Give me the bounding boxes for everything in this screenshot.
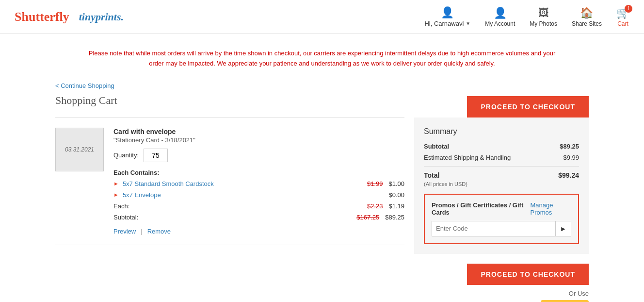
summary-title: Summary — [424, 127, 579, 136]
cart-top-row: Continue Shopping Shopping Cart PROCEED … — [55, 82, 589, 117]
promos-title: Promos / Gift Certificates / Gift Cards — [432, 201, 531, 216]
cart-item-row: 03.31.2021 Card with envelope "Stationer… — [55, 118, 404, 245]
nav-my-photos[interactable]: 🖼 My Photos — [530, 7, 557, 27]
user-icon: 👤 — [441, 6, 454, 19]
promos-header: Promos / Gift Certificates / Gift Cards … — [432, 201, 571, 216]
line-item-cardstock: ► 5x7 Standard Smooth Cardstock $1.99 $1… — [113, 180, 404, 187]
dropdown-arrow-icon: ▼ — [466, 21, 470, 26]
subtotal-original-price: $167.25 — [356, 214, 379, 221]
preview-link[interactable]: Preview — [113, 228, 136, 235]
promos-box: Promos / Gift Certificates / Gift Cards … — [424, 194, 579, 244]
cart-items: 03.31.2021 Card with envelope "Stationer… — [55, 117, 404, 245]
main-content: Please note that while most orders will … — [41, 34, 603, 302]
item-thumbnail: 03.31.2021 — [55, 128, 104, 171]
header-nav: 👤 Hi, Carnawavi ▼ 👤 My Account 🖼 My Phot… — [424, 6, 629, 27]
nav-share-sites[interactable]: 🏠 Share Sites — [572, 7, 602, 27]
item-subtitle: "Stationery Card - 3/18/2021" — [113, 136, 404, 144]
page-title: Shopping Cart — [55, 94, 467, 107]
each-row: Each: $2.23 $1.19 — [113, 202, 404, 210]
manage-promos-link[interactable]: Manage Promos — [531, 201, 572, 216]
user-menu[interactable]: 👤 Hi, Carnawavi ▼ — [424, 6, 470, 27]
user-greeting: Hi, Carnawavi ▼ — [424, 20, 470, 27]
promo-submit-button[interactable]: ► — [556, 221, 571, 236]
promo-code-input[interactable] — [432, 221, 556, 236]
summary-shipping-row: Estimated Shipping & Handling $9.99 — [424, 154, 579, 161]
item-actions: Preview | Remove — [113, 228, 404, 235]
top-checkout-area: PROCEED TO CHECKOUT — [467, 82, 589, 117]
each-original-price: $2.23 — [367, 202, 383, 210]
remove-link[interactable]: Remove — [147, 228, 171, 235]
proceed-to-checkout-bottom[interactable]: PROCEED TO CHECKOUT — [467, 264, 589, 285]
summary-total-row: Total $99.24 — [424, 171, 579, 179]
cart-layout: 03.31.2021 Card with envelope "Stationer… — [55, 117, 589, 302]
each-contains-label: Each Contains: — [113, 169, 404, 176]
promo-input-row: ► — [432, 221, 571, 236]
nav-cart[interactable]: 🛒 1 Cart — [616, 7, 629, 27]
or-use-label: Or Use — [414, 290, 589, 297]
item-details: Card with envelope "Stationery Card - 3/… — [113, 128, 404, 235]
notice-banner: Please note that while most orders will … — [55, 44, 589, 74]
arrow-icon-1: ► — [113, 181, 119, 186]
header: Shutterfly tinyprints. 👤 Hi, Carnawavi ▼… — [0, 0, 644, 34]
cart-badge: 1 — [625, 5, 632, 13]
action-divider: | — [141, 228, 142, 235]
summary-subtotal-row: Subtotal $89.25 — [424, 143, 579, 150]
proceed-to-checkout-top[interactable]: PROCEED TO CHECKOUT — [467, 96, 589, 117]
continue-shopping-link[interactable]: Continue Shopping — [55, 82, 114, 89]
subtotal-row: Subtotal: $167.25 $89.25 — [113, 214, 404, 221]
paypal-button[interactable]: PayPal — [541, 300, 589, 302]
line-item-envelope: ► 5x7 Envelope $0.00 — [113, 191, 404, 199]
quantity-row: Quantity: — [113, 149, 404, 162]
each-label: Each: — [113, 202, 363, 210]
each-current-price: $1.19 — [388, 202, 404, 210]
subtotal-label: Subtotal: — [113, 214, 353, 221]
quantity-label: Quantity: — [113, 151, 139, 159]
photos-icon: 🖼 — [538, 7, 549, 19]
all-prices-usd: (All prices in USD) — [424, 181, 579, 187]
summary-box: Summary Subtotal $89.25 Estimated Shippi… — [414, 117, 589, 254]
line-item-current-price-2: $0.00 — [388, 191, 404, 199]
checkout-bottom: PROCEED TO CHECKOUT Or Use PayPal — [414, 264, 589, 302]
share-sites-icon: 🏠 — [580, 7, 593, 19]
logo-area: Shutterfly tinyprints. — [15, 10, 124, 24]
cart-title-area: Continue Shopping Shopping Cart — [55, 82, 467, 117]
line-item-name-1[interactable]: 5x7 Standard Smooth Cardstock — [123, 180, 363, 187]
cart-icon: 🛒 1 — [616, 7, 629, 19]
summary-divider — [424, 166, 579, 167]
quantity-input[interactable] — [144, 149, 168, 162]
item-title: Card with envelope — [113, 128, 404, 135]
account-icon: 👤 — [494, 7, 507, 19]
shutterfly-logo[interactable]: Shutterfly — [15, 10, 69, 24]
nav-my-account[interactable]: 👤 My Account — [485, 7, 515, 27]
line-item-original-price-1: $1.99 — [367, 180, 383, 187]
subtotal-current-price: $89.25 — [385, 214, 404, 221]
arrow-icon-2: ► — [113, 192, 119, 198]
line-item-current-price-1: $1.00 — [388, 180, 404, 187]
line-item-name-2[interactable]: 5x7 Envelope — [123, 191, 385, 199]
tinyprints-logo: tinyprints. — [79, 11, 124, 23]
cart-summary: Summary Subtotal $89.25 Estimated Shippi… — [414, 117, 589, 302]
